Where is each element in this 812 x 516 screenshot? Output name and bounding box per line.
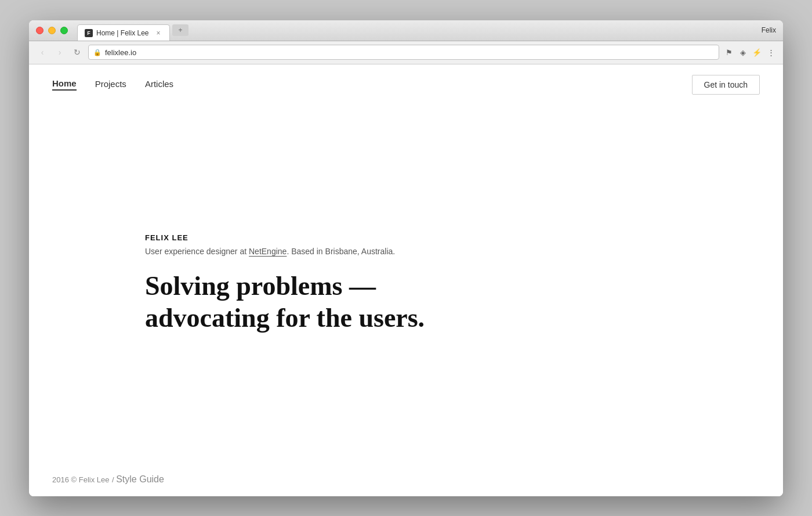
extensions-area: ⚑ ◈ ⚡ ⋮ (724, 47, 776, 57)
nav-links: Home Projects Articles (52, 78, 173, 91)
extension-shield-icon[interactable]: ◈ (738, 47, 748, 57)
titlebar: F Home | Felix Lee × + Felix (29, 20, 783, 41)
site-footer: 2016 © Felix Lee / Style Guide (29, 463, 783, 496)
tab-favicon: F (85, 29, 93, 37)
website-content: Home Projects Articles Get in touch FELI… (29, 64, 783, 496)
browser-window: F Home | Felix Lee × + Felix ‹ › ↻ 🔒 fel… (29, 20, 783, 496)
traffic-lights (36, 27, 68, 34)
hero-headline: Solving problems — advocating for the us… (145, 270, 435, 334)
nav-home[interactable]: Home (52, 78, 77, 91)
nav-articles[interactable]: Articles (145, 79, 173, 90)
url-text: felixlee.io (105, 48, 714, 57)
tab-bar: F Home | Felix Lee × + (77, 22, 776, 38)
copyright: 2016 © Felix Lee (52, 475, 109, 484)
maximize-button[interactable] (60, 27, 68, 34)
tab-title: Home | Felix Lee (96, 29, 151, 37)
headline-line1: Solving problems — (145, 271, 376, 301)
hero-name: FELIX LEE (145, 233, 783, 242)
site-nav: Home Projects Articles Get in touch (29, 64, 783, 105)
extension-pin-icon[interactable]: ⚑ (724, 47, 734, 57)
headline-line2: advocating for the users. (145, 303, 425, 333)
lock-icon: 🔒 (93, 49, 102, 56)
active-tab[interactable]: F Home | Felix Lee × (77, 24, 170, 41)
hero-subtitle: User experience designer at NetEngine. B… (145, 247, 783, 256)
forward-button[interactable]: › (53, 46, 66, 59)
nav-projects[interactable]: Projects (95, 79, 126, 90)
get-in-touch-button[interactable]: Get in touch (692, 75, 760, 95)
company-link[interactable]: NetEngine (249, 247, 287, 256)
back-button[interactable]: ‹ (36, 46, 49, 59)
reload-button[interactable]: ↻ (71, 46, 84, 59)
new-tab-button[interactable]: + (172, 24, 188, 36)
minimize-button[interactable] (48, 27, 56, 34)
browser-menu-button[interactable]: ⋮ (766, 47, 776, 57)
extension-lightning-icon[interactable]: ⚡ (752, 47, 762, 57)
url-bar[interactable]: 🔒 felixlee.io (88, 45, 719, 60)
addressbar: ‹ › ↻ 🔒 felixlee.io ⚑ ◈ ⚡ ⋮ (29, 41, 783, 64)
close-button[interactable] (36, 27, 44, 34)
tab-close-button[interactable]: × (154, 29, 162, 37)
site-main: FELIX LEE User experience designer at Ne… (29, 105, 783, 463)
browser-profile: Felix (762, 26, 776, 34)
style-guide-link[interactable]: Style Guide (116, 474, 164, 484)
